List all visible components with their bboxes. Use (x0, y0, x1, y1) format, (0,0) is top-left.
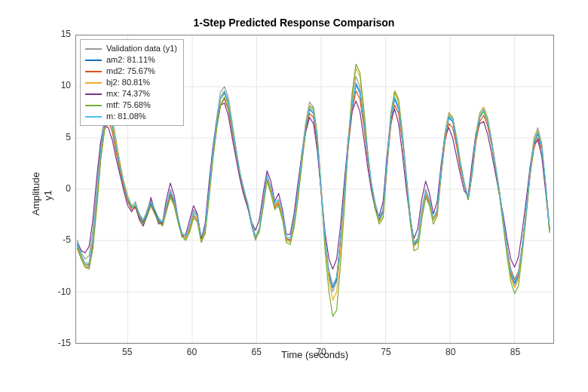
x-tick: 80 (439, 347, 462, 357)
legend-item[interactable]: Validation data (y1) (85, 43, 177, 54)
legend-swatch (85, 71, 102, 72)
legend-label: bj2: 80.81% (106, 77, 150, 88)
legend-label: Validation data (y1) (106, 43, 177, 54)
legend-swatch (85, 60, 102, 61)
x-tick: 60 (180, 347, 203, 357)
y-tick: 5 (41, 132, 71, 142)
legend-item[interactable]: mtf: 75.68% (85, 100, 177, 111)
x-tick: 75 (375, 347, 397, 357)
figure: 1-Step Predicted Response Comparison Amp… (0, 0, 588, 392)
y-axis-label-1: Amplitude (30, 172, 41, 216)
x-tick: 70 (310, 347, 332, 357)
y-tick: 15 (41, 29, 71, 39)
legend-label: am2: 81.11% (106, 54, 155, 66)
y-tick: -15 (41, 338, 71, 348)
x-tick: 55 (116, 347, 139, 357)
legend-swatch (85, 93, 102, 95)
legend-item[interactable]: m: 81.08% (85, 111, 177, 122)
y-tick: -10 (41, 286, 71, 297)
legend-item[interactable]: md2: 75.67% (85, 66, 177, 77)
legend-label: m: 81.08% (106, 111, 146, 122)
legend-label: md2: 75.67% (106, 66, 155, 77)
legend-swatch (85, 82, 102, 84)
y-tick: -5 (41, 234, 71, 245)
x-tick: 65 (245, 347, 268, 357)
legend-item[interactable]: mx: 74.37% (85, 88, 177, 100)
y-tick: 0 (41, 183, 71, 194)
legend-swatch (85, 105, 102, 106)
y-tick: 10 (41, 80, 71, 90)
legend-swatch (85, 48, 102, 50)
legend-item[interactable]: am2: 81.11% (85, 54, 177, 66)
x-tick: 85 (504, 347, 527, 357)
plot-title: 1-Step Predicted Response Comparison (0, 17, 588, 29)
legend-label: mx: 74.37% (106, 88, 150, 100)
legend-item[interactable]: bj2: 80.81% (85, 77, 177, 88)
legend-swatch (85, 116, 102, 118)
legend[interactable]: Validation data (y1)am2: 81.11%md2: 75.6… (80, 39, 184, 126)
series-mx[interactable] (78, 101, 550, 269)
y-axis-label-group: Amplitude y1 (23, 35, 38, 344)
legend-label: mtf: 75.68% (106, 100, 151, 111)
